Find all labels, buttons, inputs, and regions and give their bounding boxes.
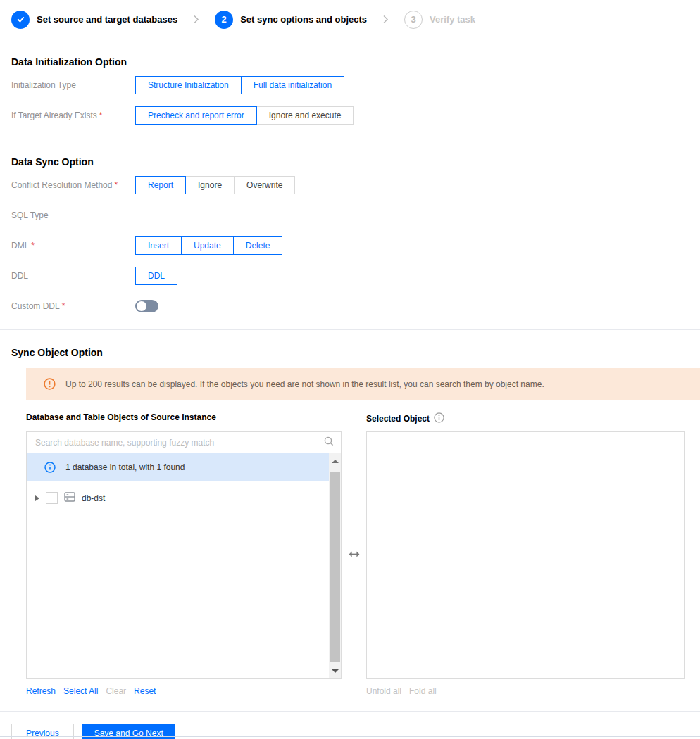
precheck-report-error-button[interactable]: Precheck and report error — [135, 106, 257, 125]
required-mark: * — [99, 110, 103, 120]
step-sync-options[interactable]: 2 Set sync options and objects — [215, 11, 367, 29]
panel-actions: Refresh Select All Clear Reset Unfold al… — [26, 686, 700, 696]
scrollbar-thumb[interactable] — [330, 472, 340, 662]
section-title-sync-object: Sync Object Option — [11, 330, 700, 358]
row-sql-type: SQL Type — [0, 206, 700, 225]
full-data-initialization-button[interactable]: Full data initialization — [241, 76, 344, 94]
conflict-report-button[interactable]: Report — [135, 176, 186, 194]
warning-icon — [44, 378, 56, 390]
select-all-link[interactable]: Select All — [63, 686, 98, 696]
object-selection-panels: 1 database in total, with 1 found db-dst — [26, 431, 700, 679]
unfold-all-link: Unfold all — [366, 686, 401, 696]
data-initialization-form: Initialization Type Structure Initializa… — [0, 76, 700, 125]
scrollbar-up-button[interactable] — [329, 453, 341, 469]
step-3-label: Verify task — [430, 14, 475, 25]
clear-link: Clear — [106, 686, 126, 696]
ignore-and-execute-button[interactable]: Ignore and execute — [256, 106, 354, 125]
step-separator-icon — [193, 14, 199, 25]
data-sync-form: Conflict Resolution Method* Report Ignor… — [0, 176, 700, 315]
conflict-ignore-button[interactable]: Ignore — [185, 176, 235, 194]
structure-initialization-button[interactable]: Structure Initialization — [135, 76, 242, 94]
fold-all-link: Fold all — [409, 686, 437, 696]
step-3-number-badge: 3 — [404, 11, 423, 29]
database-icon — [64, 492, 75, 504]
required-mark: * — [31, 241, 35, 251]
database-name: db-dst — [82, 493, 105, 503]
dml-delete-button[interactable]: Delete — [233, 236, 283, 255]
section-title-data-sync: Data Sync Option — [11, 139, 700, 168]
reset-link[interactable]: Reset — [134, 686, 156, 696]
dml-update-button[interactable]: Update — [181, 236, 234, 255]
conflict-resolution-group: Report Ignore Overwrite — [135, 176, 295, 194]
search-icon[interactable] — [323, 436, 335, 449]
database-count-info-row: 1 database in total, with 1 found — [27, 453, 329, 481]
row-initialization-type: Initialization Type Structure Initializa… — [0, 76, 700, 94]
triangle-up-icon — [332, 460, 339, 463]
step-done-check-icon — [11, 11, 30, 29]
row-if-target-exists: If Target Already Exists* Precheck and r… — [0, 106, 700, 125]
panel-titles: Database and Table Objects of Source Ins… — [26, 412, 700, 425]
footer: Previous Save and Go Next — [0, 712, 700, 739]
dml-insert-button[interactable]: Insert — [135, 236, 182, 255]
info-icon — [44, 462, 56, 473]
custom-ddl-label: Custom DDL — [11, 301, 60, 311]
conflict-overwrite-button[interactable]: Overwrite — [234, 176, 295, 194]
page-bottom-edge — [0, 736, 700, 737]
triangle-down-icon — [332, 669, 339, 673]
row-dml: DML* Insert Update Delete — [0, 236, 700, 255]
selected-objects-panel — [366, 431, 685, 679]
conflict-resolution-label: Conflict Resolution Method — [11, 180, 112, 190]
ddl-button[interactable]: DDL — [135, 267, 177, 285]
source-objects-panel: 1 database in total, with 1 found db-dst — [26, 431, 342, 679]
step-1-label: Set source and target databases — [37, 14, 177, 25]
step-source-target[interactable]: Set source and target databases — [11, 11, 177, 29]
notice-text: Up to 200 results can be displayed. If t… — [65, 379, 544, 389]
wizard-stepper: Set source and target databases 2 Set sy… — [0, 0, 700, 39]
swap-arrow-icon — [349, 550, 360, 560]
selected-panel-title: Selected Object — [366, 414, 430, 424]
row-conflict-resolution: Conflict Resolution Method* Report Ignor… — [0, 176, 700, 194]
toggle-knob — [137, 301, 146, 311]
step-2-label: Set sync options and objects — [240, 14, 367, 25]
database-count-text: 1 database in total, with 1 found — [65, 462, 185, 472]
source-panel-title: Database and Table Objects of Source Ins… — [26, 412, 366, 425]
required-mark: * — [114, 180, 118, 190]
step-2-number-badge: 2 — [215, 11, 233, 29]
step-verify-task: 3 Verify task — [404, 11, 475, 29]
dml-group: Insert Update Delete — [135, 236, 282, 255]
expand-caret-icon[interactable] — [35, 495, 39, 501]
scrollbar-down-button[interactable] — [329, 663, 341, 678]
dml-label: DML — [11, 241, 29, 251]
ddl-label: DDL — [0, 267, 135, 285]
notice-banner: Up to 200 results can be displayed. If t… — [26, 368, 700, 400]
tree-row-database[interactable]: db-dst — [35, 492, 341, 504]
initialization-type-label: Initialization Type — [0, 76, 135, 94]
sql-type-label: SQL Type — [0, 206, 135, 225]
if-target-exists-label: If Target Already Exists — [11, 110, 97, 120]
section-title-data-initialization: Data Initialization Option — [11, 39, 700, 68]
search-input[interactable] — [34, 437, 323, 448]
search-bar — [27, 432, 341, 453]
initialization-type-group: Structure Initialization Full data initi… — [135, 76, 344, 94]
row-custom-ddl: Custom DDL* — [0, 297, 700, 315]
custom-ddl-toggle[interactable] — [135, 300, 158, 312]
selected-object-info-icon[interactable] — [434, 412, 444, 425]
database-checkbox[interactable] — [46, 492, 58, 504]
refresh-link[interactable]: Refresh — [26, 686, 56, 696]
row-ddl: DDL DDL — [0, 267, 700, 285]
step-separator-icon — [382, 14, 389, 25]
scrollbar — [329, 453, 341, 678]
required-mark: * — [62, 301, 65, 311]
if-target-exists-group: Precheck and report error Ignore and exe… — [135, 106, 354, 125]
ddl-group: DDL — [135, 267, 177, 285]
